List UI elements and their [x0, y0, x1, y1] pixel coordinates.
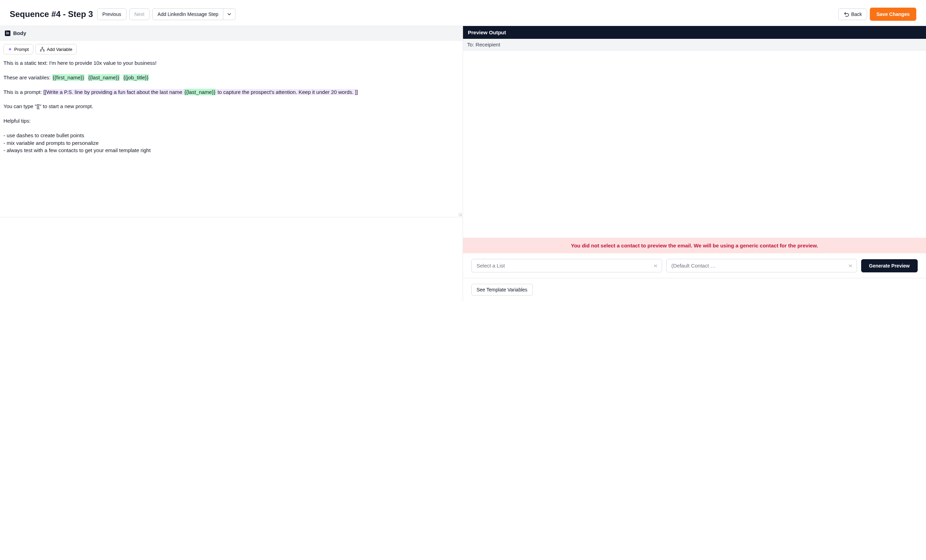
prompt-button[interactable]: ✦ Prompt [3, 44, 33, 54]
vars-prefix: These are variables: [3, 74, 52, 80]
static-prefix: This is a static text: [3, 60, 49, 66]
variable-chip: {{last_name}} [184, 89, 216, 95]
preview-controls: Select a List (Default Contact … Generat… [463, 253, 926, 278]
variable-chip: {{last_name}} [88, 74, 120, 81]
sparkle-icon: ✦ [8, 47, 12, 52]
resize-handle[interactable] [458, 213, 462, 216]
caret-down-icon [227, 13, 231, 15]
save-changes-button[interactable]: Save Changes [870, 8, 916, 21]
svg-rect-2 [43, 50, 44, 51]
add-variable-button[interactable]: Add Variable [35, 44, 77, 54]
prompt-prefix: This is a prompt: [3, 89, 43, 95]
topbar: Sequence #4 - Step 3 Previous Next Add L… [0, 0, 926, 26]
preview-panel: Preview Output To: Receipient You did no… [463, 26, 926, 301]
tip-line: - mix variable and prompts to personaliz… [3, 140, 98, 146]
add-step-dropdown-button[interactable] [223, 8, 236, 20]
svg-rect-1 [40, 50, 41, 51]
preview-header: Preview Output [463, 26, 926, 39]
previous-button[interactable]: Previous [97, 8, 126, 20]
variable-chip: {{job_title}} [123, 74, 149, 81]
hint-text: You can type "[[" to start a new prompt. [3, 103, 459, 110]
editor-tab-body[interactable]: in Body [0, 26, 463, 41]
prompt-button-label: Prompt [14, 47, 29, 52]
page-title: Sequence #4 - Step 3 [10, 9, 93, 19]
see-template-variables-button[interactable]: See Template Variables [471, 284, 533, 296]
tip-line: - use dashes to create bullet points [3, 132, 84, 138]
select-list-dropdown[interactable]: Select a List [471, 259, 662, 272]
editor-panel: in Body ✦ Prompt Add Variable This is a … [0, 26, 463, 301]
back-label: Back [851, 11, 862, 17]
preview-warning: You did not select a contact to preview … [463, 238, 926, 253]
linkedin-icon: in [5, 30, 11, 36]
undo-icon [843, 12, 849, 17]
back-button[interactable]: Back [838, 8, 867, 20]
variable-icon [40, 47, 45, 51]
preview-body [463, 51, 926, 238]
static-text: I'm here to provide 10x value to your bu… [49, 60, 157, 66]
prompt-text: [[Write a P.S. line by providing a fun f… [43, 89, 358, 95]
editor-tab-label: Body [13, 30, 26, 36]
select-contact-dropdown[interactable]: (Default Contact … [666, 259, 857, 272]
next-button[interactable]: Next [129, 8, 150, 20]
preview-footer: See Template Variables [463, 278, 926, 301]
editor-toolbar: ✦ Prompt Add Variable [0, 41, 463, 58]
variable-chip: {{first_name}} [52, 74, 85, 81]
add-linkedin-step-button[interactable]: Add LinkedIn Message Step [152, 8, 223, 20]
add-step-split-button: Add LinkedIn Message Step [152, 8, 236, 20]
editor-body[interactable]: This is a static text: I'm here to provi… [0, 58, 463, 217]
tips-title: Helpful tips: [3, 117, 459, 125]
preview-to-line: To: Receipient [463, 39, 926, 51]
add-variable-label: Add Variable [47, 47, 72, 52]
generate-preview-button[interactable]: Generate Preview [861, 259, 918, 272]
tip-line: - always test with a few contacts to get… [3, 147, 151, 153]
svg-rect-0 [42, 47, 43, 48]
